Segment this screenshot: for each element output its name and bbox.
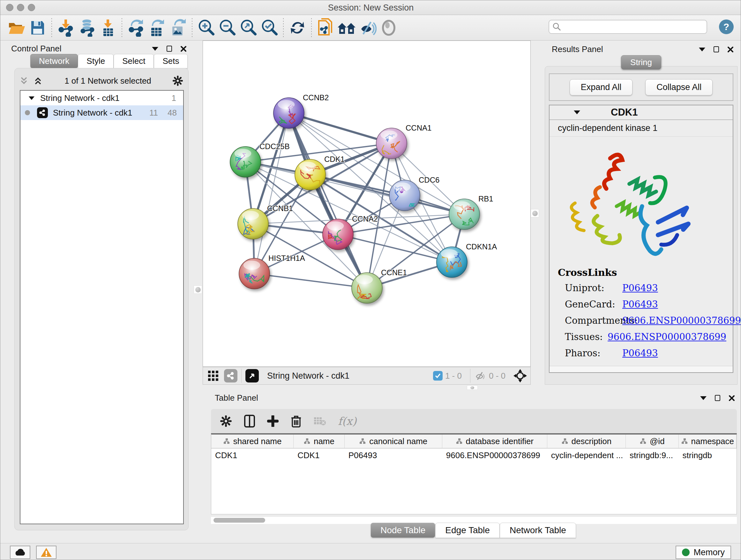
table-cell[interactable]: cyclin-dependent ...	[547, 449, 626, 462]
float-panel-icon[interactable]	[714, 46, 719, 52]
crosslink-link[interactable]: P06493	[622, 283, 658, 294]
crosslink-link[interactable]: P06493	[622, 348, 658, 359]
selected-checkbox-icon[interactable]	[433, 371, 443, 381]
export-network-button[interactable]	[125, 17, 146, 38]
column-header[interactable]: database identifier	[442, 435, 547, 448]
close-panel-icon[interactable]	[180, 46, 187, 52]
refresh-button[interactable]	[287, 17, 308, 38]
network-node-hist1h1a[interactable]	[239, 258, 270, 289]
open-session-button[interactable]	[6, 17, 27, 38]
open-in-new-window-icon[interactable]	[246, 369, 259, 382]
grid-view-icon[interactable]	[207, 370, 219, 381]
network-canvas[interactable]: CCNB2CCNA1CDC25BCDK1CDC6RB1CCNB1CCNA2CDK…	[203, 41, 531, 367]
zoom-selected-button[interactable]	[259, 17, 280, 38]
network-node-rb1[interactable]	[449, 199, 480, 230]
network-node-ccna1[interactable]	[376, 128, 407, 159]
crosslink-link[interactable]: 9606.ENSP00000378699	[608, 331, 726, 342]
column-header[interactable]: namespace	[679, 435, 737, 448]
warnings-button[interactable]	[36, 546, 57, 559]
zoom-out-button[interactable]	[217, 17, 238, 38]
float-panel-icon[interactable]	[715, 395, 720, 401]
export-image-button[interactable]	[167, 17, 189, 38]
network-node-cdkn1a[interactable]	[436, 247, 467, 277]
zoom-fit-button[interactable]	[238, 17, 259, 38]
crosslink-link[interactable]: P06493	[622, 299, 658, 310]
delete-column-trash-icon[interactable]	[291, 415, 301, 428]
table-cell[interactable]: 9606.ENSP00000378699	[442, 449, 547, 462]
float-panel-icon[interactable]	[166, 46, 172, 52]
network-node-cdc25b[interactable]	[230, 146, 261, 177]
close-panel-icon[interactable]	[729, 395, 735, 401]
table-cell[interactable]: stringdb:9...	[626, 449, 679, 462]
results-scrollbar-track[interactable]	[549, 366, 733, 372]
network-node-cdc6[interactable]	[389, 180, 420, 211]
import-network-database-button[interactable]	[76, 17, 97, 38]
right-splitter-handle[interactable]	[531, 209, 539, 217]
table-cell[interactable]: CDK1	[293, 449, 345, 462]
zoom-in-button[interactable]	[196, 17, 217, 38]
table-cell[interactable]: CDK1	[211, 449, 293, 462]
panel-menu-icon[interactable]	[699, 48, 705, 51]
expand-all-button[interactable]: Expand All	[569, 79, 633, 96]
expand-all-icon[interactable]	[34, 76, 44, 85]
network-node-ccnb2[interactable]	[273, 98, 304, 128]
import-network-file-button[interactable]	[55, 17, 76, 38]
tab-network-table[interactable]: Network Table	[500, 523, 576, 538]
panel-menu-icon[interactable]	[152, 47, 158, 51]
network-node-ccne1[interactable]	[352, 273, 382, 303]
network-row[interactable]: String Network - cdk1 11 48	[20, 105, 183, 120]
table-row[interactable]: CDK1CDK1P064939606.ENSP00000378699cyclin…	[211, 449, 737, 462]
memory-button[interactable]: Memory	[676, 546, 731, 559]
tab-string[interactable]: String	[621, 55, 661, 70]
network-edge[interactable]	[289, 113, 392, 143]
tab-node-table[interactable]: Node Table	[370, 523, 435, 538]
export-table-button[interactable]	[146, 17, 167, 38]
birdseye-crosshair-icon[interactable]	[513, 369, 527, 383]
table-hscrollbar-thumb[interactable]	[213, 518, 265, 523]
column-header[interactable]: name	[293, 435, 345, 448]
table-cell[interactable]: stringdb	[679, 449, 737, 462]
table-settings-gear-icon[interactable]	[220, 415, 232, 427]
save-session-button[interactable]	[27, 17, 48, 38]
string-home-button[interactable]	[336, 17, 357, 38]
gear-icon[interactable]	[172, 75, 183, 86]
hidden-eye-icon[interactable]	[474, 371, 486, 381]
tab-network[interactable]: Network	[30, 54, 78, 68]
network-edge[interactable]	[310, 175, 464, 214]
cloud-status-button[interactable]	[10, 546, 30, 559]
hide-graphics-button[interactable]	[357, 17, 378, 38]
table-cell[interactable]: P06493	[345, 449, 442, 462]
network-edge[interactable]	[254, 273, 367, 288]
network-edge[interactable]	[254, 113, 289, 273]
import-table-button[interactable]	[97, 17, 118, 38]
crosslink-link[interactable]: 9606.ENSP00000378699	[622, 315, 741, 326]
panel-menu-icon[interactable]	[700, 396, 706, 400]
close-panel-icon[interactable]	[727, 46, 734, 53]
column-header[interactable]: canonical name	[345, 435, 442, 448]
tab-style[interactable]: Style	[78, 54, 114, 68]
node-table[interactable]: shared namenamecanonical namedatabase id…	[211, 433, 737, 514]
network-node-ccnb1[interactable]	[238, 208, 268, 239]
help-button[interactable]: ?	[719, 19, 734, 34]
node-details-header[interactable]: CDK1	[549, 105, 733, 120]
collection-expander-icon[interactable]	[29, 97, 35, 100]
collapse-entry-icon[interactable]	[574, 111, 580, 114]
collapse-all-button[interactable]: Collapse All	[645, 79, 713, 96]
bottom-splitter-handle[interactable]	[467, 385, 478, 390]
network-collection-row[interactable]: String Network - cdk1 1	[20, 91, 183, 105]
tab-select[interactable]: Select	[114, 54, 154, 68]
show-columns-icon[interactable]	[244, 415, 255, 428]
network-node-ccna2[interactable]	[323, 219, 353, 250]
string-import-button[interactable]	[315, 17, 336, 38]
collapse-all-icon[interactable]	[20, 76, 29, 85]
column-header[interactable]: description	[547, 435, 626, 448]
tab-edge-table[interactable]: Edge Table	[435, 523, 500, 538]
column-header[interactable]: shared name	[211, 435, 293, 448]
string-network-graph[interactable]: CCNB2CCNA1CDC25BCDK1CDC6RB1CCNB1CCNA2CDK…	[203, 41, 530, 367]
network-share-icon[interactable]	[224, 369, 238, 382]
network-node-cdk1[interactable]	[295, 159, 326, 190]
left-splitter-handle[interactable]	[194, 286, 202, 294]
tab-sets[interactable]: Sets	[154, 54, 188, 68]
add-column-icon[interactable]	[267, 415, 279, 427]
search-input[interactable]	[549, 20, 707, 34]
